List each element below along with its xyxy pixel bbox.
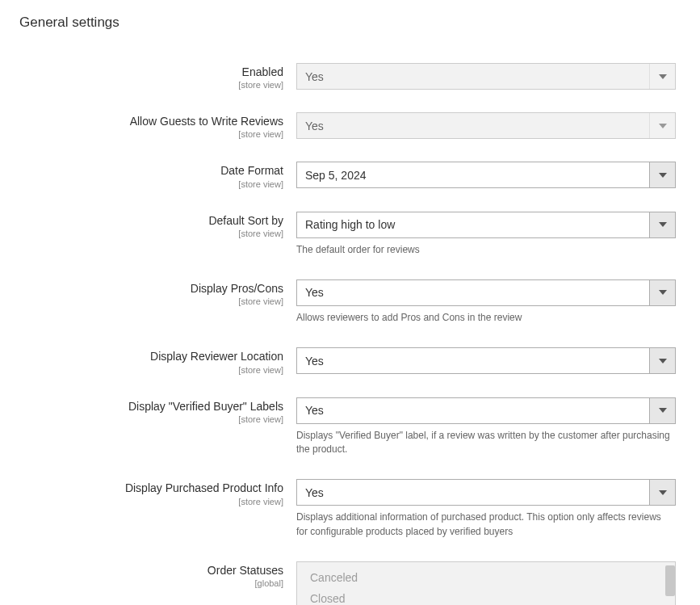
control-col: Yes: [296, 347, 676, 374]
scope-label: [store view]: [0, 229, 283, 238]
chevron-down-icon: [649, 280, 675, 305]
order-statuses-label: Order Statuses: [207, 564, 283, 577]
allow-guests-value: Yes: [297, 120, 649, 132]
field-allow-guests: Allow Guests to Write Reviews [store vie…: [0, 112, 700, 139]
verified-buyer-select[interactable]: Yes: [296, 397, 676, 424]
order-status-option[interactable]: Canceled: [297, 567, 675, 588]
page-title: General settings: [0, 0, 700, 31]
chevron-down-icon: [649, 398, 675, 423]
label-col: Date Format [store view]: [0, 162, 296, 188]
scope-label: [store view]: [0, 80, 283, 90]
scope-label: [store view]: [0, 497, 283, 506]
purchased-info-select[interactable]: Yes: [296, 479, 676, 506]
label-col: Default Sort by [store view]: [0, 212, 296, 238]
default-sort-value: Rating high to low: [297, 218, 649, 231]
purchased-info-note: Displays additional information of purch…: [296, 510, 676, 539]
control-col: Yes Allows reviewers to add Pros and Con…: [296, 279, 676, 325]
field-pros-cons: Display Pros/Cons [store view] Yes Allow…: [0, 279, 700, 325]
chevron-down-icon: [649, 113, 675, 138]
chevron-down-icon: [649, 212, 675, 237]
enabled-value: Yes: [297, 70, 649, 83]
scope-label: [store view]: [0, 129, 283, 139]
allow-guests-label: Allow Guests to Write Reviews: [130, 115, 283, 128]
order-status-option[interactable]: Closed: [297, 588, 675, 605]
order-statuses-multiselect[interactable]: Canceled Closed Complete: [296, 561, 676, 605]
label-col: Display Pros/Cons [store view]: [0, 279, 296, 306]
field-date-format: Date Format [store view] Sep 5, 2024: [0, 162, 700, 188]
control-col: Yes Displays "Verified Buyer" label, if …: [296, 397, 676, 457]
scope-label: [store view]: [0, 179, 283, 189]
scope-label: [global]: [0, 578, 283, 588]
verified-buyer-label: Display "Verified Buyer" Labels: [128, 400, 283, 413]
field-enabled: Enabled [store view] Yes: [0, 63, 700, 90]
enabled-label: Enabled: [242, 65, 283, 78]
date-format-label: Date Format: [220, 164, 283, 177]
field-order-statuses: Order Statuses [global] Canceled Closed …: [0, 561, 700, 605]
default-sort-select[interactable]: Rating high to low: [296, 212, 676, 238]
chevron-down-icon: [649, 480, 675, 505]
date-format-select[interactable]: Sep 5, 2024: [296, 162, 676, 188]
reviewer-location-value: Yes: [297, 355, 649, 368]
chevron-down-icon: [649, 348, 675, 373]
reviewer-location-select[interactable]: Yes: [296, 347, 676, 374]
control-col: Yes Displays additional information of p…: [296, 479, 676, 539]
control-col: Sep 5, 2024: [296, 162, 676, 188]
scope-label: [store view]: [0, 414, 283, 424]
verified-buyer-note: Displays "Verified Buyer" label, if a re…: [296, 429, 676, 457]
label-col: Order Statuses [global]: [0, 561, 296, 588]
label-col: Display Reviewer Location [store view]: [0, 347, 296, 374]
scope-label: [store view]: [0, 296, 283, 306]
default-sort-label: Default Sort by: [208, 214, 283, 227]
control-col: Yes: [296, 112, 676, 139]
field-verified-buyer: Display "Verified Buyer" Labels [store v…: [0, 397, 700, 457]
control-col: Yes: [296, 63, 676, 90]
field-purchased-info: Display Purchased Product Info [store vi…: [0, 479, 700, 539]
pros-cons-value: Yes: [297, 286, 649, 299]
label-col: Enabled [store view]: [0, 63, 296, 90]
general-settings-form: Enabled [store view] Yes Allow Guests to…: [0, 31, 700, 605]
purchased-info-label: Display Purchased Product Info: [125, 481, 283, 494]
date-format-value: Sep 5, 2024: [297, 169, 649, 182]
field-reviewer-location: Display Reviewer Location [store view] Y…: [0, 347, 700, 374]
pros-cons-note: Allows reviewers to add Pros and Cons in…: [296, 311, 676, 325]
control-col: Rating high to low The default order for…: [296, 212, 676, 257]
allow-guests-select: Yes: [296, 112, 676, 139]
pros-cons-select[interactable]: Yes: [296, 279, 676, 306]
control-col: Canceled Closed Complete: [296, 561, 676, 605]
default-sort-note: The default order for reviews: [296, 243, 676, 257]
field-default-sort: Default Sort by [store view] Rating high…: [0, 212, 700, 257]
label-col: Display "Verified Buyer" Labels [store v…: [0, 397, 296, 424]
chevron-down-icon: [649, 64, 675, 89]
verified-buyer-value: Yes: [297, 404, 649, 417]
pros-cons-label: Display Pros/Cons: [191, 282, 283, 295]
chevron-down-icon: [649, 162, 675, 187]
scope-label: [store view]: [0, 365, 283, 375]
purchased-info-value: Yes: [297, 486, 649, 499]
reviewer-location-label: Display Reviewer Location: [150, 350, 283, 363]
label-col: Display Purchased Product Info [store vi…: [0, 479, 296, 506]
scrollbar-thumb[interactable]: [665, 565, 675, 596]
label-col: Allow Guests to Write Reviews [store vie…: [0, 112, 296, 139]
enabled-select: Yes: [296, 63, 676, 90]
